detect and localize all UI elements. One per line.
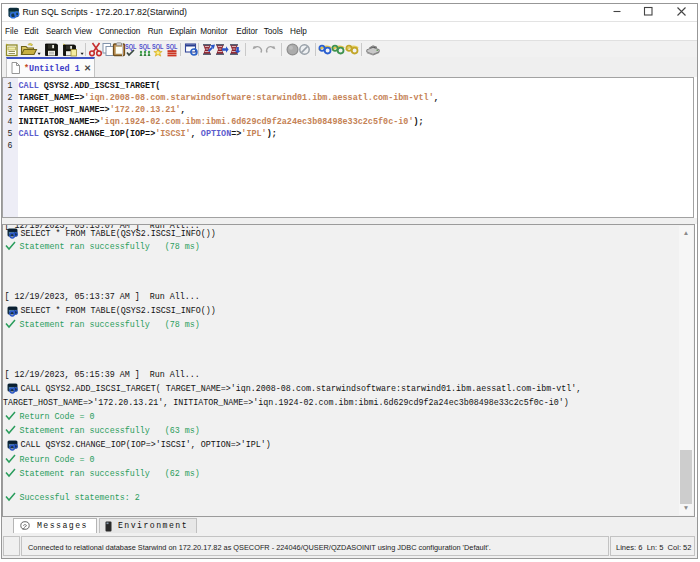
svg-text:SQL: SQL — [139, 43, 151, 51]
svg-text:SQL: SQL — [166, 43, 178, 51]
svg-text:SQL: SQL — [125, 43, 137, 51]
